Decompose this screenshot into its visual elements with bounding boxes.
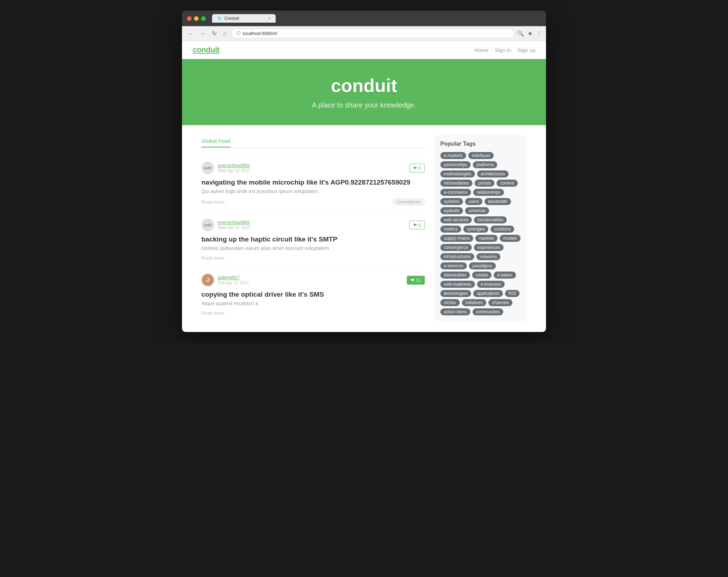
read-more-link[interactable]: Read more... xyxy=(201,255,228,261)
tag-pill[interactable]: infrastructures xyxy=(440,253,474,260)
tag-pill[interactable]: schemas xyxy=(465,207,489,214)
tag-pill[interactable]: deliverables xyxy=(440,272,470,279)
tag-pill[interactable]: technologies xyxy=(440,290,471,297)
article-title: copying the optical driver like it's SMS xyxy=(201,291,425,298)
browser-window: Conduit × ← → ↻ ⌂ ⓘ localhost:8080/#/ 🔍 … xyxy=(182,11,546,332)
traffic-lights xyxy=(187,16,206,21)
heart-icon: ❤ xyxy=(413,165,417,171)
url-text: localhost:8080/#/ xyxy=(243,31,277,36)
bookmark-icon[interactable]: ★ xyxy=(528,30,533,37)
forward-button[interactable]: → xyxy=(198,30,207,37)
author-info: auth everardowill69 Wed Apr 12 2017 xyxy=(201,162,251,174)
avatar-text: auth xyxy=(204,166,211,170)
read-more-link[interactable]: Read more... xyxy=(201,199,228,205)
heart-icon: ❤ xyxy=(411,278,415,283)
hero-title: conduit xyxy=(189,75,539,96)
tag-pill[interactable]: systems xyxy=(440,198,463,205)
tag-pill[interactable]: metrics xyxy=(440,226,461,233)
tag-pill[interactable]: supply-chains xyxy=(440,235,473,242)
browser-titlebar: Conduit × xyxy=(182,11,546,26)
close-button[interactable] xyxy=(187,16,192,21)
author-name[interactable]: jademills7 xyxy=(218,275,249,280)
tag-pill[interactable]: ROI xyxy=(505,290,519,297)
tag-pill[interactable]: web services xyxy=(440,216,472,223)
tag-pill[interactable]: content xyxy=(497,180,517,187)
tab-bar: Conduit × xyxy=(212,14,541,23)
security-icon: ⓘ xyxy=(236,30,241,36)
tag-pill[interactable]: convergence xyxy=(440,244,472,251)
tag-pill[interactable]: platforms xyxy=(473,161,497,168)
tag-pill[interactable]: e-services xyxy=(440,262,467,269)
tag-pill[interactable]: niches xyxy=(440,299,460,306)
author-name[interactable]: everardowill69 xyxy=(218,220,251,225)
tags-list: e-marketsinterfacespartnershipsplatforms… xyxy=(440,152,521,315)
active-tab[interactable]: Conduit × xyxy=(212,14,276,23)
feed-tabs: Global Feed xyxy=(201,135,425,148)
tag-pill[interactable]: functionalities xyxy=(474,216,507,223)
like-button[interactable]: ❤ 0 xyxy=(409,164,425,173)
like-button[interactable]: ❤ 11 xyxy=(407,276,425,285)
feed-section: Global Feed auth everardowill69 Wed Apr … xyxy=(201,135,425,322)
tag-pill[interactable]: e-markets xyxy=(440,152,466,159)
article-footer: Read more... xyxy=(201,255,425,261)
tag-pill[interactable]: networks xyxy=(476,253,500,260)
address-bar[interactable]: ⓘ localhost:8080/#/ xyxy=(231,29,514,38)
tag-pill[interactable]: markets xyxy=(475,235,498,242)
hero-subtitle: A place to share your knowledge. xyxy=(189,101,539,109)
article-meta: auth everardowill69 Wed Apr 12 2017 ❤ 0 xyxy=(201,218,425,231)
tag-pill[interactable]: portals xyxy=(475,180,494,187)
avatar: auth xyxy=(201,218,214,231)
tag-pill[interactable]: models xyxy=(500,235,521,242)
tag-pill[interactable]: users xyxy=(465,198,482,205)
tag-pill[interactable]: solutions xyxy=(491,226,514,233)
read-more-link[interactable]: Read more... xyxy=(201,310,228,316)
article-excerpt: Dolores quibusdam earum alias amet nesci… xyxy=(201,245,425,251)
avatar: J xyxy=(201,274,214,286)
tag-pill[interactable]: relationships xyxy=(473,189,504,196)
back-button[interactable]: ← xyxy=(186,30,195,37)
article-card: auth everardowill69 Wed Apr 12 2017 ❤ 0 xyxy=(201,212,425,267)
tag-pill[interactable]: action-items xyxy=(440,308,470,315)
tag-pill[interactable]: interfaces xyxy=(468,152,494,159)
page-content: conduit Home Sign in Sign up conduit A p… xyxy=(182,41,546,332)
article-tag[interactable]: convergence xyxy=(393,198,425,205)
tag-pill[interactable]: synergies xyxy=(463,226,488,233)
tag-pill[interactable]: architectures xyxy=(477,170,509,177)
tag-pill[interactable]: eyeballs xyxy=(440,207,463,214)
like-count: 0 xyxy=(418,222,421,228)
tag-pill[interactable]: applications xyxy=(473,290,503,297)
site-brand[interactable]: conduit xyxy=(193,45,219,54)
like-count: 0 xyxy=(418,165,421,171)
nav-signup[interactable]: Sign up xyxy=(517,47,535,53)
tag-pill[interactable]: experiences xyxy=(474,244,504,251)
article-date: Wed Apr 12 2017 xyxy=(218,225,251,230)
tag-pill[interactable]: bandwidth xyxy=(485,198,511,205)
svg-point-0 xyxy=(219,18,220,19)
global-feed-tab[interactable]: Global Feed xyxy=(201,135,230,147)
fullscreen-button[interactable] xyxy=(201,16,206,21)
search-icon[interactable]: 🔍 xyxy=(517,30,524,37)
tag-pill[interactable]: e-business xyxy=(477,281,505,288)
tag-pill[interactable]: e-tailers xyxy=(494,272,516,279)
tag-pill[interactable]: infomediaries xyxy=(440,180,472,187)
tag-pill[interactable]: e-commerce xyxy=(440,189,471,196)
reload-button[interactable]: ↻ xyxy=(210,29,218,37)
home-button[interactable]: ⌂ xyxy=(221,30,228,37)
tag-pill[interactable]: methodologies xyxy=(440,170,475,177)
nav-signin[interactable]: Sign in xyxy=(495,47,511,53)
tag-pill[interactable]: vortals xyxy=(472,272,492,279)
author-name[interactable]: everardowill69 xyxy=(218,163,251,168)
tag-pill[interactable]: communities xyxy=(472,308,503,315)
tab-close-btn[interactable]: × xyxy=(269,16,271,21)
like-button[interactable]: ❤ 0 xyxy=(409,221,425,229)
menu-icon[interactable]: ⋮ xyxy=(536,30,542,37)
tag-pill[interactable]: channels xyxy=(488,299,512,306)
tag-pill[interactable]: web-readiness xyxy=(440,281,475,288)
article-card: auth everardowill69 Wed Apr 12 2017 ❤ 0 xyxy=(201,155,425,212)
author-details: jademills7 Tue Apr 11 2017 xyxy=(218,275,249,285)
tag-pill[interactable]: initiatives xyxy=(462,299,486,306)
minimize-button[interactable] xyxy=(194,16,199,21)
tag-pill[interactable]: paradigms xyxy=(469,262,496,269)
nav-home[interactable]: Home xyxy=(474,47,488,53)
tag-pill[interactable]: partnerships xyxy=(440,161,471,168)
